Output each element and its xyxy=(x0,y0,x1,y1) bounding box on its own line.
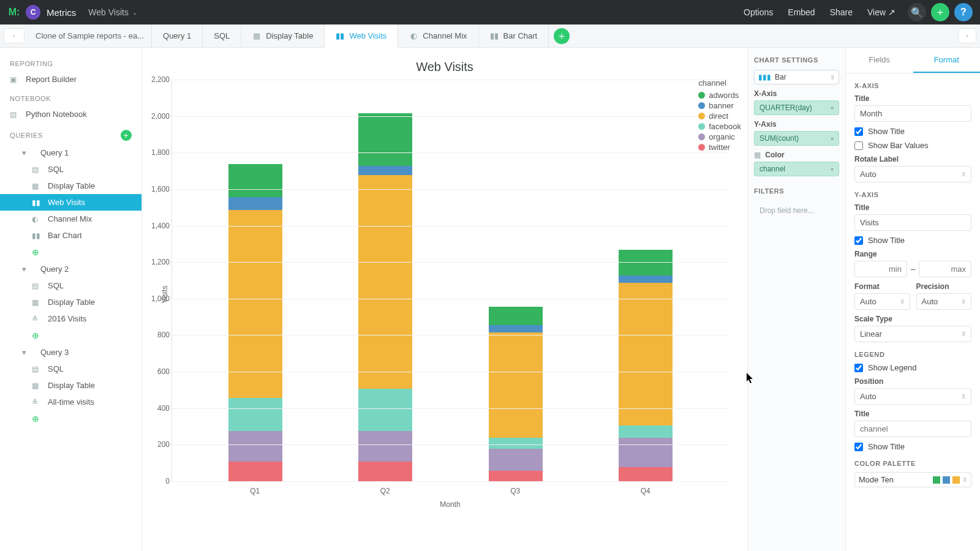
query-group[interactable]: ▾Query 2 xyxy=(0,261,141,277)
bar-segment-direct[interactable] xyxy=(489,332,543,438)
tab-format[interactable]: Format xyxy=(913,48,981,73)
y-title-input[interactable] xyxy=(854,214,971,231)
bar-segment-banner[interactable] xyxy=(358,166,412,175)
add-item-button[interactable]: ⊕ xyxy=(0,410,141,427)
workspace-icon[interactable]: C xyxy=(26,5,40,20)
sidebar-item-bar-chart[interactable]: ▮▮Bar Chart xyxy=(0,227,141,244)
x-axis-field-pill[interactable]: QUARTER(day) ▾ xyxy=(754,100,839,115)
sidebar-item-sql[interactable]: ▤SQL xyxy=(0,161,141,178)
bar-segment-adwords[interactable] xyxy=(489,307,543,325)
add-item-button[interactable]: ⊕ xyxy=(0,327,141,344)
forward-button[interactable]: › xyxy=(958,28,976,43)
color-field-pill[interactable]: channel ▾ xyxy=(754,162,839,176)
sidebar-item-2016-visits[interactable]: ≙2016 Visits xyxy=(0,310,141,327)
bar-column[interactable] xyxy=(489,80,543,482)
show-legend-title-checkbox[interactable]: Show Title xyxy=(854,442,971,451)
bar-segment-organic[interactable] xyxy=(228,431,282,462)
bar-segment-twitter[interactable] xyxy=(228,462,282,482)
sidebar-item-display-table[interactable]: ▦Display Table xyxy=(0,294,141,310)
legend-title-input[interactable] xyxy=(854,421,971,437)
app-logo[interactable]: M: xyxy=(7,6,21,19)
show-x-title-checkbox[interactable]: Show Title xyxy=(854,127,971,136)
bar-segment-adwords[interactable] xyxy=(358,113,412,166)
bar-segment-adwords[interactable] xyxy=(228,164,282,197)
x-title-input[interactable] xyxy=(854,105,971,122)
back-button[interactable]: ‹ xyxy=(4,28,24,43)
sidebar-item-report-builder[interactable]: ▣ Report Builder xyxy=(0,71,141,88)
bar-column[interactable] xyxy=(358,80,412,482)
tab-channel-mix[interactable]: ◐Channel Mix xyxy=(398,24,478,47)
bar-segment-facebook[interactable] xyxy=(619,425,673,438)
bar-column[interactable] xyxy=(619,80,673,482)
share-button[interactable]: Share xyxy=(823,4,860,21)
legend-item-banner[interactable]: banner xyxy=(698,100,741,111)
bar-segment-banner[interactable] xyxy=(619,276,673,283)
scale-type-select[interactable]: Linear⇳ xyxy=(854,326,971,342)
tab-display-table[interactable]: ▦Display Table xyxy=(241,24,325,47)
sidebar-item-web-visits[interactable]: ▮▮Web Visits xyxy=(0,194,141,211)
chart-type-select[interactable]: ▮▮▮ Bar ⇳ xyxy=(754,70,839,84)
new-button[interactable]: ＋ xyxy=(931,3,949,21)
range-min-input[interactable] xyxy=(854,261,907,277)
add-item-button[interactable]: ⊕ xyxy=(0,244,141,261)
legend-item-direct[interactable]: direct xyxy=(698,111,741,121)
tab-query-1[interactable]: Query 1 xyxy=(152,24,203,47)
sidebar-item-display-table[interactable]: ▦Display Table xyxy=(0,377,141,394)
bar-segment-organic[interactable] xyxy=(619,438,673,467)
bar-segment-facebook[interactable] xyxy=(489,438,543,449)
workspace-name[interactable]: Metrics xyxy=(47,7,76,18)
breadcrumb[interactable]: Clone of Sample reports - ea... xyxy=(28,24,152,47)
bar-segment-twitter[interactable] xyxy=(489,471,543,482)
show-y-title-checkbox[interactable]: Show Title xyxy=(854,236,971,245)
options-menu[interactable]: Options xyxy=(736,4,780,21)
sidebar-item-channel-mix[interactable]: ◐Channel Mix xyxy=(0,211,141,227)
palette-select[interactable]: Mode Ten ⇳ xyxy=(854,472,971,487)
avatar[interactable]: ? xyxy=(954,3,973,21)
format-select[interactable]: Auto⇳ xyxy=(854,293,910,310)
tab-web-visits[interactable]: ▮▮Web Visits xyxy=(325,24,398,48)
bar-segment-banner[interactable] xyxy=(228,197,282,210)
query-group[interactable]: ▾Query 1 xyxy=(0,144,141,161)
sidebar-item-sql[interactable]: ▤SQL xyxy=(0,361,141,377)
legend-position-select[interactable]: Auto⇳ xyxy=(854,388,971,405)
sidebar-item-python-notebook[interactable]: ▤ Python Notebook xyxy=(0,106,141,122)
show-bar-values-checkbox[interactable]: Show Bar Values xyxy=(854,141,971,150)
sidebar-item-sql[interactable]: ▤SQL xyxy=(0,277,141,294)
range-max-input[interactable] xyxy=(919,261,971,277)
embed-button[interactable]: Embed xyxy=(780,4,822,21)
filters-dropzone[interactable]: Drop field here... xyxy=(754,201,839,220)
bar-segment-direct[interactable] xyxy=(619,283,673,425)
bar-segment-banner[interactable] xyxy=(489,325,543,332)
add-query-button[interactable]: + xyxy=(121,130,132,141)
legend-item-adwords[interactable]: adwords xyxy=(698,90,741,100)
tab-bar-chart[interactable]: ▮▮Bar Chart xyxy=(479,24,549,47)
bar-segment-twitter[interactable] xyxy=(358,462,412,482)
view-button[interactable]: View ↗ xyxy=(860,4,903,21)
legend-item-organic[interactable]: organic xyxy=(698,132,741,142)
legend-item-twitter[interactable]: twitter xyxy=(698,142,741,152)
bar-segment-organic[interactable] xyxy=(358,431,412,462)
bar-segment-adwords[interactable] xyxy=(619,250,673,276)
precision-select[interactable]: Auto⇳ xyxy=(916,293,972,310)
bar-segment-facebook[interactable] xyxy=(358,389,412,431)
search-icon[interactable]: 🔍 xyxy=(908,3,926,21)
add-tab-button[interactable]: ＋ xyxy=(554,28,570,44)
bar-segment-facebook[interactable] xyxy=(228,398,282,431)
bar-column[interactable] xyxy=(228,80,282,482)
sidebar-item-all-time-visits[interactable]: ≙All-time visits xyxy=(0,394,141,410)
query-group[interactable]: ▾Query 3 xyxy=(0,344,141,361)
bar-segment-twitter[interactable] xyxy=(619,467,673,482)
tab-fields[interactable]: Fields xyxy=(846,48,913,73)
collapse-icon: ▾ xyxy=(22,148,34,157)
report-switcher[interactable]: Web Visits ⌄ xyxy=(88,7,137,17)
legend-item-facebook[interactable]: facebook xyxy=(698,121,741,132)
y-axis-field-pill[interactable]: SUM(count) ▾ xyxy=(754,131,839,146)
bar-segment-direct[interactable] xyxy=(228,210,282,398)
bar-segment-direct[interactable] xyxy=(358,175,412,389)
tab-sql[interactable]: SQL xyxy=(203,24,241,47)
select-caret-icon: ⇳ xyxy=(962,476,967,483)
sidebar-item-display-table[interactable]: ▦Display Table xyxy=(0,178,141,194)
bar-segment-organic[interactable] xyxy=(489,449,543,471)
rotate-label-select[interactable]: Auto⇳ xyxy=(854,166,971,182)
show-legend-checkbox[interactable]: Show Legend xyxy=(854,363,971,372)
